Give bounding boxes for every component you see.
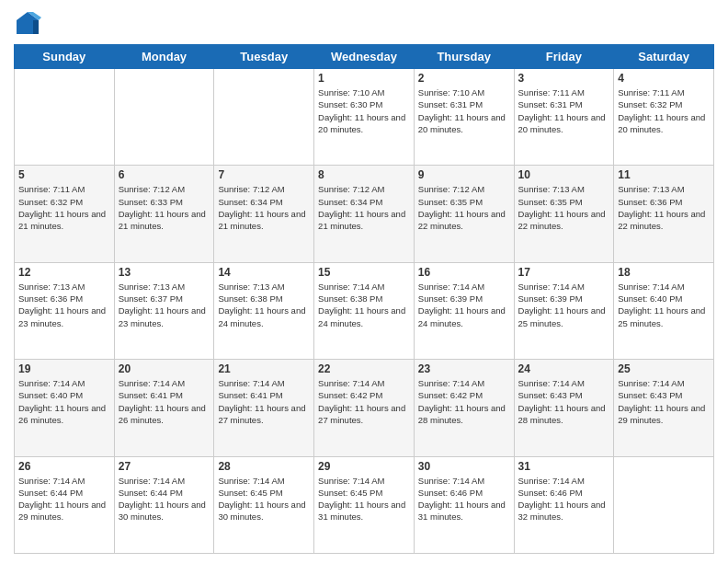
svg-marker-2 [33,20,39,34]
calendar-cell [614,456,714,553]
day-number: 9 [418,168,510,181]
day-info: Sunrise: 7:11 AM Sunset: 6:31 PM Dayligh… [518,86,610,135]
day-number: 22 [318,362,410,375]
day-info: Sunrise: 7:11 AM Sunset: 6:32 PM Dayligh… [618,86,710,135]
calendar-cell: 31Sunrise: 7:14 AM Sunset: 6:46 PM Dayli… [514,456,614,553]
calendar-cell: 8Sunrise: 7:12 AM Sunset: 6:34 PM Daylig… [314,166,415,262]
day-info: Sunrise: 7:14 AM Sunset: 6:44 PM Dayligh… [18,475,110,523]
logo [14,9,45,37]
calendar-cell: 16Sunrise: 7:14 AM Sunset: 6:39 PM Dayli… [414,262,514,359]
calendar-cell: 27Sunrise: 7:14 AM Sunset: 6:44 PM Dayli… [114,456,214,553]
calendar-cell: 28Sunrise: 7:14 AM Sunset: 6:45 PM Dayli… [214,456,314,553]
day-number: 15 [318,266,410,279]
calendar-week-row: 26Sunrise: 7:14 AM Sunset: 6:44 PM Dayli… [15,456,714,553]
day-info: Sunrise: 7:13 AM Sunset: 6:36 PM Dayligh… [18,281,110,329]
calendar-cell: 7Sunrise: 7:12 AM Sunset: 6:34 PM Daylig… [214,166,314,262]
calendar-week-row: 19Sunrise: 7:14 AM Sunset: 6:40 PM Dayli… [15,360,714,456]
calendar-cell: 12Sunrise: 7:13 AM Sunset: 6:36 PM Dayli… [15,262,115,359]
day-info: Sunrise: 7:14 AM Sunset: 6:46 PM Dayligh… [518,475,610,523]
day-info: Sunrise: 7:11 AM Sunset: 6:32 PM Dayligh… [18,183,110,232]
calendar-cell: 10Sunrise: 7:13 AM Sunset: 6:35 PM Dayli… [514,166,614,262]
day-number: 18 [618,266,710,279]
day-info: Sunrise: 7:14 AM Sunset: 6:45 PM Dayligh… [218,475,310,523]
day-number: 25 [618,362,710,375]
day-number: 11 [618,168,710,181]
calendar-cell: 17Sunrise: 7:14 AM Sunset: 6:39 PM Dayli… [514,262,614,359]
calendar-cell: 19Sunrise: 7:14 AM Sunset: 6:40 PM Dayli… [15,360,115,456]
calendar-cell: 5Sunrise: 7:11 AM Sunset: 6:32 PM Daylig… [15,166,115,262]
day-number: 28 [218,460,310,473]
weekday-header: Sunday [15,45,115,69]
calendar-cell: 20Sunrise: 7:14 AM Sunset: 6:41 PM Dayli… [114,360,214,456]
day-number: 20 [119,362,210,375]
calendar-cell: 6Sunrise: 7:12 AM Sunset: 6:33 PM Daylig… [114,166,214,262]
calendar-cell: 23Sunrise: 7:14 AM Sunset: 6:42 PM Dayli… [414,360,514,456]
calendar-cell: 29Sunrise: 7:14 AM Sunset: 6:45 PM Dayli… [314,456,415,553]
day-info: Sunrise: 7:14 AM Sunset: 6:41 PM Dayligh… [218,377,310,426]
day-number: 21 [218,362,310,375]
day-number: 8 [318,168,410,181]
day-number: 16 [418,266,510,279]
calendar: SundayMondayTuesdayWednesdayThursdayFrid… [14,44,714,554]
calendar-cell: 22Sunrise: 7:14 AM Sunset: 6:42 PM Dayli… [314,360,415,456]
calendar-cell: 4Sunrise: 7:11 AM Sunset: 6:32 PM Daylig… [614,69,714,166]
calendar-cell: 11Sunrise: 7:13 AM Sunset: 6:36 PM Dayli… [614,166,714,262]
day-info: Sunrise: 7:13 AM Sunset: 6:38 PM Dayligh… [218,281,310,329]
calendar-week-row: 1Sunrise: 7:10 AM Sunset: 6:30 PM Daylig… [15,69,714,166]
day-number: 6 [119,168,210,181]
day-info: Sunrise: 7:14 AM Sunset: 6:41 PM Dayligh… [119,377,210,426]
day-info: Sunrise: 7:13 AM Sunset: 6:37 PM Dayligh… [119,281,210,329]
weekday-header: Saturday [614,45,714,69]
day-info: Sunrise: 7:14 AM Sunset: 6:43 PM Dayligh… [618,377,710,426]
day-info: Sunrise: 7:14 AM Sunset: 6:44 PM Dayligh… [119,475,210,523]
day-info: Sunrise: 7:14 AM Sunset: 6:43 PM Dayligh… [518,377,610,426]
day-number: 24 [518,362,610,375]
calendar-cell: 26Sunrise: 7:14 AM Sunset: 6:44 PM Dayli… [15,456,115,553]
day-number: 2 [418,72,510,85]
page: SundayMondayTuesdayWednesdayThursdayFrid… [0,0,728,563]
weekday-header: Thursday [414,45,514,69]
day-info: Sunrise: 7:14 AM Sunset: 6:42 PM Dayligh… [418,377,510,426]
calendar-cell: 3Sunrise: 7:11 AM Sunset: 6:31 PM Daylig… [514,69,614,166]
day-info: Sunrise: 7:14 AM Sunset: 6:40 PM Dayligh… [18,377,110,426]
day-info: Sunrise: 7:10 AM Sunset: 6:30 PM Dayligh… [318,86,410,135]
day-info: Sunrise: 7:13 AM Sunset: 6:36 PM Dayligh… [618,183,710,232]
calendar-cell: 9Sunrise: 7:12 AM Sunset: 6:35 PM Daylig… [414,166,514,262]
day-number: 31 [518,460,610,473]
calendar-cell: 24Sunrise: 7:14 AM Sunset: 6:43 PM Dayli… [514,360,614,456]
calendar-cell: 21Sunrise: 7:14 AM Sunset: 6:41 PM Dayli… [214,360,314,456]
day-info: Sunrise: 7:14 AM Sunset: 6:42 PM Dayligh… [318,377,410,426]
day-number: 10 [518,168,610,181]
calendar-cell: 18Sunrise: 7:14 AM Sunset: 6:40 PM Dayli… [614,262,714,359]
day-number: 27 [119,460,210,473]
calendar-cell: 30Sunrise: 7:14 AM Sunset: 6:46 PM Dayli… [414,456,514,553]
day-number: 19 [18,362,110,375]
day-number: 17 [518,266,610,279]
calendar-cell [15,69,115,166]
day-number: 3 [518,72,610,85]
day-number: 4 [618,72,710,85]
calendar-body: 1Sunrise: 7:10 AM Sunset: 6:30 PM Daylig… [15,69,714,554]
header [14,9,714,37]
calendar-week-row: 12Sunrise: 7:13 AM Sunset: 6:36 PM Dayli… [15,262,714,359]
day-info: Sunrise: 7:13 AM Sunset: 6:35 PM Dayligh… [518,183,610,232]
calendar-cell: 2Sunrise: 7:10 AM Sunset: 6:31 PM Daylig… [414,69,514,166]
weekday-row: SundayMondayTuesdayWednesdayThursdayFrid… [15,45,714,69]
day-info: Sunrise: 7:12 AM Sunset: 6:34 PM Dayligh… [218,183,310,232]
calendar-header: SundayMondayTuesdayWednesdayThursdayFrid… [15,45,714,69]
calendar-cell [114,69,214,166]
day-number: 23 [418,362,510,375]
calendar-cell: 14Sunrise: 7:13 AM Sunset: 6:38 PM Dayli… [214,262,314,359]
calendar-cell: 13Sunrise: 7:13 AM Sunset: 6:37 PM Dayli… [114,262,214,359]
logo-icon [14,9,41,37]
day-info: Sunrise: 7:10 AM Sunset: 6:31 PM Dayligh… [418,86,510,135]
day-info: Sunrise: 7:14 AM Sunset: 6:40 PM Dayligh… [618,281,710,329]
day-number: 14 [218,266,310,279]
day-info: Sunrise: 7:14 AM Sunset: 6:38 PM Dayligh… [318,281,410,329]
calendar-cell: 1Sunrise: 7:10 AM Sunset: 6:30 PM Daylig… [314,69,415,166]
day-info: Sunrise: 7:12 AM Sunset: 6:33 PM Dayligh… [119,183,210,232]
weekday-header: Tuesday [214,45,314,69]
day-info: Sunrise: 7:14 AM Sunset: 6:39 PM Dayligh… [418,281,510,329]
day-info: Sunrise: 7:14 AM Sunset: 6:45 PM Dayligh… [318,475,410,523]
day-number: 13 [119,266,210,279]
